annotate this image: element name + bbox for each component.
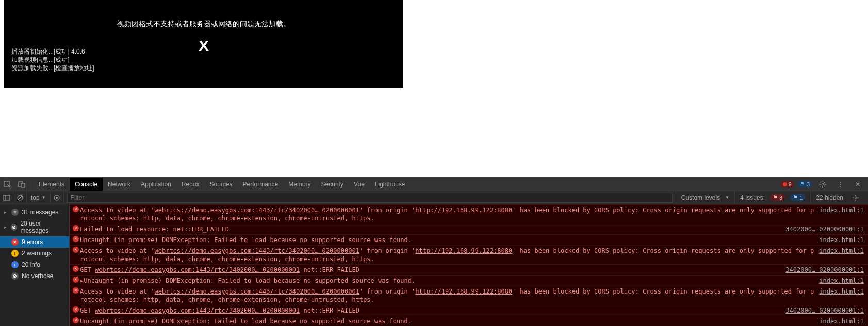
player-log-line: 资源加载失败...[检查播放地址] [11, 64, 94, 72]
log-source-link[interactable]: 3402000… 0200000001:1 [785, 225, 864, 233]
tab-lighthouse[interactable]: Lighthouse [370, 178, 411, 191]
player-error-message: 视频因格式不支持或者服务器或网络的问题无法加载。 [4, 20, 403, 29]
settings-icon[interactable] [818, 180, 827, 188]
error-icon: ✕ [73, 317, 80, 325]
device-toggle-icon[interactable] [18, 180, 26, 188]
settings-icon[interactable] [851, 194, 860, 202]
console-sidebar: ▸≡31 messages▸⊘20 user messages✕9 errors… [0, 204, 70, 326]
chevron-down-icon: ▼ [725, 195, 729, 200]
sidebar-item-label: 31 messages [22, 209, 58, 216]
console-error-row[interactable]: ✕Access to video at 'webrtcs://demo.easy… [70, 245, 868, 264]
console-error-row[interactable]: ✕▸Uncaught (in promise) DOMException: Fa… [70, 275, 868, 286]
tab-network[interactable]: Network [103, 178, 136, 191]
error-icon: ✕ [73, 247, 80, 263]
svg-point-17 [56, 197, 58, 199]
context-selector[interactable]: top ▼ [27, 191, 51, 204]
tab-sources[interactable]: Sources [204, 178, 237, 191]
log-text: Access to video at 'webrtcs://demo.easyg… [80, 287, 819, 304]
sidebar-item-label: No verbose [22, 272, 53, 280]
tab-redux[interactable]: Redux [176, 178, 205, 191]
issues-label: 4 Issues: [740, 194, 765, 201]
filter-input[interactable] [67, 193, 673, 203]
chevron-down-icon: ▼ [42, 195, 46, 200]
tab-memory[interactable]: Memory [283, 178, 316, 191]
log-source-link[interactable]: index.html:1 [819, 317, 864, 325]
expand-icon: ▸ [4, 225, 8, 230]
console-error-row[interactable]: ✕Access to video at 'webrtcs://demo.easy… [70, 286, 868, 305]
console-toolbar: top ▼ Custom levels ▼ 4 Issues: ⚑ 3 ⚑ 1 … [0, 191, 868, 204]
player-log-line: 加载视频信息...[成功] [11, 56, 94, 64]
tab-performance[interactable]: Performance [238, 178, 284, 191]
error-dot-icon [783, 182, 787, 186]
log-source-link[interactable]: 3402000… 0200000001:1 [785, 266, 864, 274]
video-player: 视频因格式不支持或者服务器或网络的问题无法加载。 X 播放器初始化...[成功]… [4, 0, 403, 88]
svg-point-18 [855, 197, 856, 198]
tab-console[interactable]: Console [70, 178, 103, 191]
levels-label: Custom levels [681, 194, 720, 201]
tab-application[interactable]: Application [136, 178, 176, 191]
log-text: GET webrtcs://demo.easygbs.com:1443/rtc/… [80, 306, 785, 315]
user-icon: ⊘ [11, 224, 17, 231]
error-count-badge[interactable]: 9 [780, 181, 794, 188]
svg-point-3 [822, 183, 824, 185]
tab-vue[interactable]: Vue [349, 178, 370, 191]
sidebar-item-warnings[interactable]: !2 warnings [0, 248, 69, 259]
issue-count-badge[interactable]: ⚑ 3 [797, 180, 812, 188]
issues-summary[interactable]: 4 Issues: ⚑ 3 ⚑ 1 [734, 191, 810, 204]
console-error-row[interactable]: ✕Uncaught (in promise) DOMException: Fai… [70, 234, 868, 245]
flag-icon: ⚑ [793, 194, 798, 201]
issues-err-badge: ⚑ 3 [770, 194, 785, 201]
levels-selector[interactable]: Custom levels ▼ [676, 191, 734, 204]
log-source-link[interactable]: index.html:1 [819, 277, 864, 285]
context-label: top [31, 194, 40, 201]
log-text: GET webrtcs://demo.easygbs.com:1443/rtc/… [80, 266, 785, 274]
hidden-count[interactable]: 22 hidden [810, 191, 868, 204]
log-source-link[interactable]: index.html:1 [819, 247, 864, 263]
svg-line-10 [820, 186, 821, 187]
console-body: ▸≡31 messages▸⊘20 user messages✕9 errors… [0, 204, 868, 326]
svg-line-11 [824, 182, 825, 183]
log-text: Access to video at 'webrtcs://demo.easyg… [80, 247, 819, 263]
info-icon: i [11, 261, 19, 268]
console-log: ✕Access to video at 'webrtcs://demo.easy… [70, 204, 868, 326]
log-text: Failed to load resource: net::ERR_FAILED [80, 225, 785, 233]
console-error-row[interactable]: ✕GET webrtcs://demo.easygbs.com:1443/rtc… [70, 305, 868, 316]
tab-elements[interactable]: Elements [34, 178, 70, 191]
sidebar-item-info[interactable]: i20 info [0, 259, 69, 270]
divider [31, 180, 31, 189]
sidebar-item-errors[interactable]: ✕9 errors [0, 236, 69, 248]
err-icon: ✕ [11, 238, 19, 246]
clear-console-icon[interactable] [13, 191, 27, 204]
error-icon: ✕ [73, 306, 80, 315]
sidebar-item-user-messages[interactable]: ▸⊘20 user messages [0, 218, 69, 236]
log-source-link[interactable]: index.html:1 [819, 287, 864, 304]
console-error-row[interactable]: ✕Failed to load resource: net::ERR_FAILE… [70, 224, 868, 234]
filter-field[interactable] [64, 191, 676, 204]
tab-security[interactable]: Security [316, 178, 349, 191]
log-text: ▸Uncaught (in promise) DOMException: Fai… [80, 277, 819, 285]
svg-rect-2 [21, 183, 25, 187]
error-count: 9 [789, 181, 792, 187]
close-icon[interactable]: ✕ [854, 180, 862, 188]
player-log-line: 播放器初始化...[成功] 4.0.6 [11, 47, 94, 56]
log-source-link[interactable]: 3402000… 0200000001:1 [785, 306, 864, 315]
console-error-row[interactable]: ✕Uncaught (in promise) DOMException: Fai… [70, 316, 868, 326]
live-expression-icon[interactable] [51, 191, 64, 204]
log-source-link[interactable]: index.html:1 [819, 206, 864, 222]
svg-rect-12 [4, 195, 10, 200]
svg-line-8 [820, 182, 821, 183]
inspect-icon[interactable] [3, 180, 11, 188]
sidebar-item-label: 20 info [22, 261, 40, 268]
console-error-row[interactable]: ✕Access to video at 'webrtcs://demo.easy… [70, 204, 868, 224]
sidebar-item-No-verbose[interactable]: ⊘No verbose [0, 270, 69, 282]
hidden-label: 22 hidden [816, 194, 843, 201]
error-icon: ✕ [73, 277, 80, 285]
sidebar-toggle-icon[interactable] [0, 191, 13, 204]
console-error-row[interactable]: ✕GET webrtcs://demo.easygbs.com:1443/rtc… [70, 264, 868, 275]
expand-icon: ▸ [4, 210, 8, 215]
log-source-link[interactable]: index.html:1 [819, 236, 864, 244]
devtools-tabbar: ElementsConsoleNetworkApplicationReduxSo… [0, 178, 868, 191]
sidebar-item-label: 20 user messages [20, 220, 65, 234]
sidebar-item-messages[interactable]: ▸≡31 messages [0, 207, 69, 218]
kebab-icon[interactable]: ⋮ [836, 180, 844, 188]
